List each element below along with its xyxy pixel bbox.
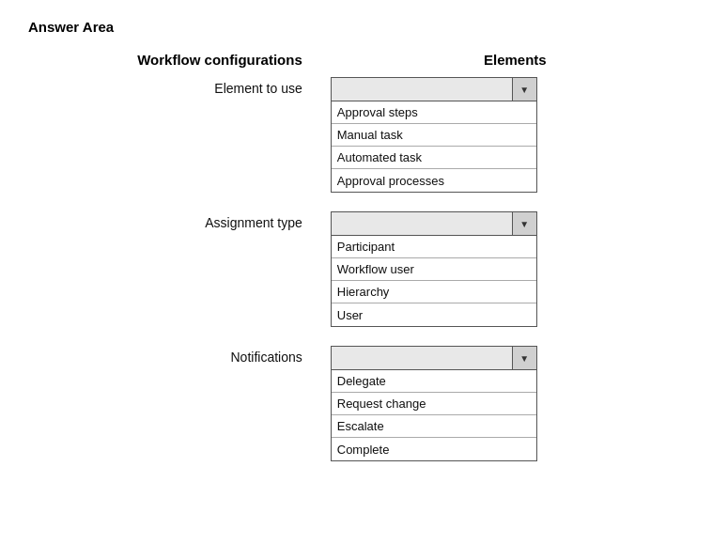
list-item[interactable]: Participant: [332, 236, 536, 258]
section-label-2: Notifications: [28, 346, 331, 365]
dropdown-2[interactable]: ▼: [331, 346, 537, 370]
chevron-down-icon-1: ▼: [512, 212, 536, 235]
list-item[interactable]: Approval steps: [332, 101, 536, 124]
list-item[interactable]: Request change: [332, 393, 536, 415]
section-row-2: Notifications▼DelegateRequest changeEsca…: [28, 346, 700, 490]
section-group-0: ▼Approval stepsManual taskAutomated task…: [331, 77, 700, 211]
list-item[interactable]: User: [332, 303, 536, 326]
chevron-down-icon-2: ▼: [512, 347, 536, 369]
list-container-2: DelegateRequest changeEscalateComplete: [331, 370, 537, 461]
list-item[interactable]: Hierarchy: [332, 281, 536, 303]
workflow-column-header: Workflow configurations: [28, 52, 331, 68]
section-row-1: Assignment type▼ParticipantWorkflow user…: [28, 211, 700, 346]
section-label-0: Element to use: [28, 77, 331, 96]
list-item[interactable]: Escalate: [332, 415, 536, 438]
list-item[interactable]: Complete: [332, 438, 536, 460]
section-row-0: Element to use▼Approval stepsManual task…: [28, 77, 700, 211]
answer-area: Answer Area Workflow configurations Elem…: [28, 19, 700, 490]
section-group-1: ▼ParticipantWorkflow userHierarchyUser: [331, 211, 700, 346]
list-container-1: ParticipantWorkflow userHierarchyUser: [331, 236, 537, 327]
chevron-down-icon-0: ▼: [512, 78, 536, 101]
page-title: Answer Area: [28, 19, 700, 35]
dropdown-1[interactable]: ▼: [331, 211, 537, 236]
section-group-2: ▼DelegateRequest changeEscalateComplete: [331, 346, 700, 490]
list-item[interactable]: Manual task: [332, 124, 536, 147]
list-item[interactable]: Delegate: [332, 370, 536, 393]
list-item[interactable]: Workflow user: [332, 258, 536, 281]
list-item[interactable]: Approval processes: [332, 169, 536, 192]
section-label-1: Assignment type: [28, 211, 331, 230]
sections-container: Element to use▼Approval stepsManual task…: [28, 77, 700, 490]
elements-column-header: Elements: [331, 52, 700, 68]
dropdown-0[interactable]: ▼: [331, 77, 537, 101]
list-item[interactable]: Automated task: [332, 147, 536, 169]
list-container-0: Approval stepsManual taskAutomated taskA…: [331, 101, 537, 193]
